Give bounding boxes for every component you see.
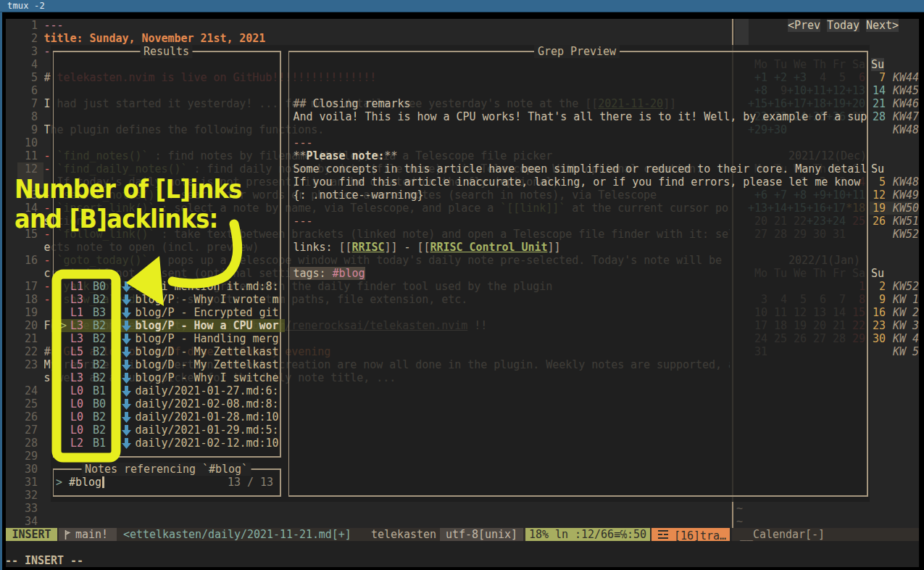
- result-entry[interactable]: L3B2blog/P - Why I wrote m: [0, 293, 924, 306]
- annotation-text: Number of [L]inksand [B]acklinks:: [14, 174, 242, 234]
- buffer-line: title: Sunday, November 21st, 2021: [44, 32, 730, 45]
- calendar-next-button[interactable]: Next>: [866, 19, 899, 32]
- line-number: 7: [6, 97, 38, 110]
- line-number: 5: [6, 71, 38, 84]
- preview-line: ---: [294, 215, 313, 228]
- buffer-segment: [16]tra…: [652, 528, 730, 541]
- markdown-file-icon: [122, 360, 131, 370]
- markdown-file-icon-glyph: [122, 373, 131, 384]
- result-note-name: daily/2021-02-08.md:8:: [136, 397, 279, 410]
- result-note-name: daily/2021-01-29.md:5:: [136, 424, 279, 437]
- git-branch-name: main!: [75, 528, 108, 541]
- result-entry[interactable]: >L3B2blog/P - How a CPU wor: [0, 319, 924, 332]
- grep-preview-float-border-bottom: [288, 495, 868, 497]
- calendar-prev-button[interactable]: <Prev: [788, 19, 820, 32]
- calendar-week-number: KW51: [893, 215, 919, 228]
- result-backlinks-count: B3: [93, 306, 106, 319]
- result-entry[interactable]: L0B1daily/2021-01-27.md:6:: [0, 384, 924, 397]
- line-number: 2: [6, 32, 38, 45]
- result-links-count: L0: [70, 384, 83, 397]
- markdown-file-icon: [122, 294, 131, 305]
- text-span: ##: [294, 97, 313, 110]
- result-note-name: blog/D - My Zettelkast: [136, 358, 279, 371]
- result-links-count: L2: [70, 437, 83, 450]
- markdown-file-icon-glyph: [122, 347, 131, 358]
- cmdline-bg: [6, 541, 919, 567]
- preview-line: ## Closing remarks: [294, 97, 411, 110]
- calendar-week-number: KW44: [893, 71, 919, 84]
- terminal-titlebar[interactable]: tmux -2: [0, 0, 924, 12]
- preview-line: tags: #blog: [294, 267, 365, 280]
- buffer-line: ---: [44, 19, 730, 32]
- line-number: 32: [6, 489, 38, 502]
- result-entry[interactable]: L0B2daily/2021-01-29.md:5:: [0, 424, 924, 437]
- line-number: 1: [6, 19, 38, 32]
- text-span: If you find this article inaccurate, lac…: [294, 175, 861, 189]
- results-float-border-bottom: [53, 456, 281, 458]
- result-backlinks-count: B2: [93, 293, 106, 306]
- results-float-title: Results: [140, 45, 193, 58]
- line-number: 9: [6, 123, 38, 136]
- text-span: #blog: [332, 267, 365, 280]
- result-links-count: L5: [70, 345, 83, 358]
- result-entry[interactable]: L0B0daily/2021-02-08.md:8:: [0, 397, 924, 410]
- result-links-count: L3: [70, 319, 83, 332]
- preview-line: links: [[RRISC]] - [[RRISC Control Unit]…: [294, 241, 561, 254]
- markdown-file-icon: [122, 373, 131, 383]
- text-span: RRISC Control Unit: [430, 241, 547, 254]
- result-links-count: L0: [70, 410, 83, 424]
- result-entry[interactable]: L1B3blog/P - Encrypted git: [0, 306, 924, 319]
- markdown-file-icon-glyph: [122, 412, 131, 423]
- preview-line: ---: [294, 136, 313, 149]
- result-entry[interactable]: L5B2blog/D - My Zettelkast: [0, 345, 924, 358]
- result-links-count: L0: [70, 397, 83, 410]
- markdown-file-icon-glyph: [122, 438, 131, 449]
- preview-line: And voila! This is how a CPU works! That…: [294, 110, 867, 123]
- text-span: tags:: [294, 267, 333, 280]
- markdown-file-icon: [122, 438, 131, 448]
- text-span: ---: [44, 19, 64, 32]
- annotation-line1: Number of [L]inks: [14, 174, 242, 204]
- text-span: **: [294, 149, 307, 162]
- result-backlinks-count: B0: [93, 280, 106, 293]
- markdown-file-icon-glyph: [122, 294, 131, 305]
- result-entry[interactable]: L1B0did i mention it.md:8:: [0, 280, 924, 293]
- line-number: 3: [6, 45, 38, 58]
- calendar-today-button[interactable]: Today: [827, 19, 860, 32]
- selection-caret: >: [60, 319, 67, 332]
- markdown-file-icon-glyph: [122, 386, 131, 397]
- line-number: 33: [6, 502, 38, 515]
- calendar-week-number: KW46: [893, 97, 919, 110]
- calendar-weekday-su: Su: [871, 162, 884, 175]
- search-input[interactable]: #blog: [69, 476, 101, 489]
- result-note-name: blog/P - Handling merg: [136, 332, 279, 345]
- markdown-file-icon-glyph: [122, 281, 131, 292]
- calendar-week-number: KW45: [893, 84, 919, 97]
- result-entry[interactable]: L3B2blog/P - Handling merg: [0, 332, 924, 345]
- calendar-week-number: KW48: [893, 175, 919, 189]
- mode-indicator: INSERT: [6, 528, 57, 541]
- git-branch-segment: main!: [59, 528, 117, 541]
- result-backlinks-count: B2: [93, 345, 106, 358]
- result-entry[interactable]: L0B2daily/2021-01-28.md:10: [0, 410, 924, 424]
- preview-line: Some concepts in this article have been …: [294, 162, 867, 175]
- calendar-statusline: __Calendar[-]: [740, 528, 825, 541]
- result-note-name: did i mention it.md:8:: [136, 280, 279, 293]
- markdown-file-icon: [122, 386, 131, 396]
- markdown-file-icon-glyph: [122, 334, 131, 344]
- text-span: ]]: [547, 241, 560, 254]
- result-entry[interactable]: L3B2blog/P - Why I switche: [0, 371, 924, 384]
- text-span: [[: [338, 241, 351, 254]
- result-links-count: L3: [70, 293, 83, 306]
- result-links-count: L5: [70, 358, 83, 371]
- result-entry[interactable]: L2B1daily/2021-02-12.md:10: [0, 437, 924, 450]
- markdown-file-icon-glyph: [122, 321, 131, 331]
- result-backlinks-count: B0: [93, 397, 106, 410]
- text-span: [[: [417, 241, 430, 254]
- preview-line: {: .notice--warning}: [294, 189, 424, 202]
- result-backlinks-count: B1: [93, 384, 106, 397]
- markdown-file-icon: [122, 307, 131, 318]
- result-note-name: daily/2021-02-12.md:10: [136, 437, 279, 450]
- line-number: 4: [6, 58, 38, 71]
- result-entry[interactable]: L5B2blog/D - My Zettelkast: [0, 358, 924, 371]
